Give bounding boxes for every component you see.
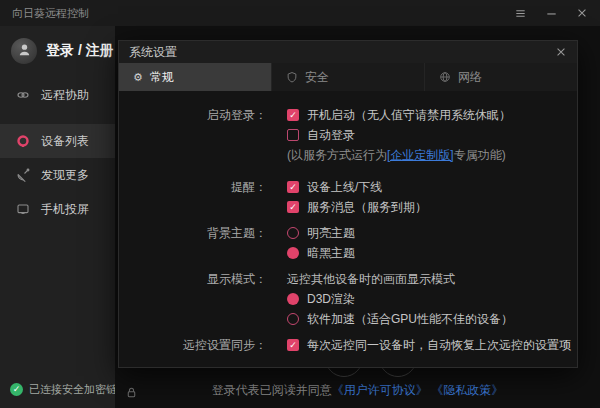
connection-status-label: 已连接安全加密链路	[29, 382, 128, 397]
option-label: 服务消息（服务到期）	[307, 199, 427, 216]
checkbox-option-row[interactable]: ✓开机启动（无人值守请禁用系统休眠）	[287, 105, 511, 125]
dialog-close-icon[interactable]	[555, 46, 567, 58]
option-label: 自动登录	[307, 127, 355, 144]
checkbox-checked[interactable]: ✓	[287, 181, 299, 193]
connection-status: ✓ 已连接安全加密链路	[10, 382, 128, 397]
section-label: 提醒：	[119, 177, 267, 217]
checkbox-option-row[interactable]: ✓设备上线/下线	[287, 177, 427, 197]
window-controls	[514, 7, 588, 20]
option-label: 暗黑主题	[307, 245, 355, 262]
sidebar-item-label: 手机投屏	[41, 201, 89, 218]
tab-general[interactable]: ⚙常规	[119, 63, 272, 91]
person-icon	[17, 42, 32, 61]
checkbox-option-row[interactable]: 自动登录	[287, 125, 511, 145]
checkbox-option-row[interactable]: ✓服务消息（服务到期）	[287, 197, 427, 217]
app-window: 向日葵远程控制 登录 / 注册 远程协助设备列表发现更多手机投屏 ✓ 已连接安全…	[0, 0, 600, 408]
radio-option-row[interactable]: 暗黑主题	[287, 243, 355, 263]
tab-label: 安全	[305, 69, 329, 86]
option-label: 明亮主题	[307, 225, 355, 242]
close-icon[interactable]	[576, 7, 588, 19]
option-label: 软件加速（适合GPU性能不佳的设备）	[307, 311, 513, 328]
agreement-text: 登录代表已阅读并同意	[212, 383, 332, 397]
phone-cast-icon	[15, 202, 31, 216]
tab-label: 网络	[458, 69, 482, 86]
settings-section: 提醒：✓设备上线/下线✓服务消息（服务到期）	[119, 177, 577, 217]
settings-section: 显示模式：远控其他设备时的画面显示模式D3D渲染软件加速（适合GPU性能不佳的设…	[119, 269, 577, 329]
system-settings-dialog: 系统设置 ⚙常规安全网络 启动登录：✓开机启动（无人值守请禁用系统休眠）自动登录…	[118, 40, 578, 368]
dialog-title: 系统设置	[129, 44, 177, 61]
gear-icon: ⚙	[133, 72, 143, 83]
section-label: 显示模式：	[119, 269, 267, 329]
agreement-footer: 登录代表已阅读并同意《用户许可协议》 《隐私政策》	[115, 382, 600, 399]
radio-unchecked[interactable]	[287, 227, 299, 239]
shield-icon	[286, 71, 298, 83]
shield-check-icon: ✓	[10, 383, 23, 396]
note-text: (以服务方式运行为	[287, 147, 387, 164]
sidebar-item-label: 设备列表	[41, 133, 89, 150]
sidebar: 登录 / 注册 远程协助设备列表发现更多手机投屏 ✓ 已连接安全加密链路	[0, 26, 115, 408]
user-license-agreement-link[interactable]: 《用户许可协议》	[332, 383, 428, 397]
sidebar-item-label: 发现更多	[41, 167, 89, 184]
section-label: 背景主题：	[119, 223, 267, 263]
avatar[interactable]	[11, 38, 37, 64]
app-title: 向日葵远程控制	[12, 6, 89, 21]
sidebar-item-label: 远程协助	[41, 87, 89, 104]
discover-icon	[15, 168, 31, 182]
radio-option-row[interactable]: D3D渲染	[287, 289, 513, 309]
minimize-icon[interactable]	[545, 7, 558, 20]
dialog-body: 启动登录：✓开机启动（无人值守请禁用系统休眠）自动登录(以服务方式运行为[企业定…	[119, 91, 577, 367]
radio-unchecked[interactable]	[287, 313, 299, 325]
checkbox-checked[interactable]: ✓	[287, 109, 299, 121]
sidebar-item-phone-cast[interactable]: 手机投屏	[0, 192, 115, 226]
globe-icon	[439, 71, 451, 83]
radio-checked[interactable]	[287, 247, 299, 259]
sidebar-item-remote-assist[interactable]: 远程协助	[0, 78, 115, 112]
enterprise-edition-link[interactable]: [企业定制版]	[387, 147, 454, 164]
section-label: 远控设置同步：	[119, 335, 267, 355]
login-register-button[interactable]: 登录 / 注册	[0, 26, 115, 70]
section-label: 启动登录：	[119, 105, 267, 165]
privacy-policy-link[interactable]: 《隐私政策》	[431, 383, 503, 397]
tab-security[interactable]: 安全	[272, 63, 425, 91]
option-label: 设备上线/下线	[307, 179, 382, 196]
checkbox-unchecked[interactable]	[287, 129, 299, 141]
handshake-icon	[15, 88, 31, 102]
titlebar: 向日葵远程控制	[0, 0, 600, 26]
sidebar-nav: 远程协助设备列表发现更多手机投屏	[0, 78, 115, 226]
checkbox-checked[interactable]: ✓	[287, 339, 299, 351]
tab-network[interactable]: 网络	[425, 63, 577, 91]
radio-option-row[interactable]: 明亮主题	[287, 223, 355, 243]
option-label: 开机启动（无人值守请禁用系统休眠）	[307, 107, 511, 124]
menu-icon[interactable]	[514, 7, 527, 20]
checkbox-option-row[interactable]: ✓每次远控同一设备时，自动恢复上次远控的设置项	[287, 335, 571, 355]
note-row: (以服务方式运行为[企业定制版]专属功能)	[287, 145, 511, 165]
option-label: D3D渲染	[307, 291, 355, 308]
sidebar-item-discover-more[interactable]: 发现更多	[0, 158, 115, 192]
dialog-tabs: ⚙常规安全网络	[119, 63, 577, 91]
settings-section: 远控设置同步：✓每次远控同一设备时，自动恢复上次远控的设置项	[119, 335, 577, 355]
checkbox-checked[interactable]: ✓	[287, 201, 299, 213]
option-label: 每次远控同一设备时，自动恢复上次远控的设置项	[307, 337, 571, 354]
device-list-icon	[15, 134, 31, 148]
login-register-label: 登录 / 注册	[46, 42, 114, 60]
sidebar-item-device-list[interactable]: 设备列表	[0, 124, 115, 158]
tab-label: 常规	[150, 69, 174, 86]
description-text: 远控其他设备时的画面显示模式	[287, 269, 513, 289]
radio-checked[interactable]	[287, 293, 299, 305]
settings-section: 背景主题：明亮主题暗黑主题	[119, 223, 577, 263]
radio-option-row[interactable]: 软件加速（适合GPU性能不佳的设备）	[287, 309, 513, 329]
note-text: 专属功能)	[454, 147, 506, 164]
dialog-header: 系统设置	[119, 41, 577, 63]
settings-section: 启动登录：✓开机启动（无人值守请禁用系统休眠）自动登录(以服务方式运行为[企业定…	[119, 105, 577, 165]
